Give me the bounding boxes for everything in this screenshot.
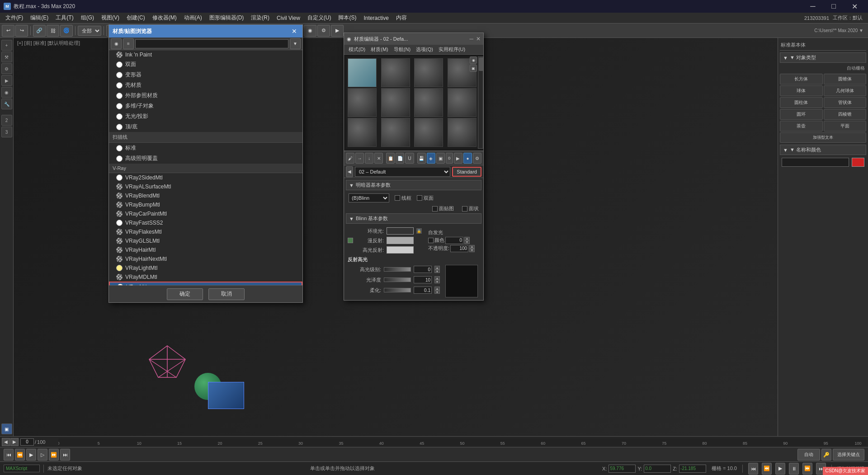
close-button[interactable]: ✕ (844, 0, 864, 13)
bind-space-warp-button[interactable]: 🌀 (60, 25, 73, 37)
lock-btn[interactable]: 🔒 (416, 228, 422, 234)
maximize-button[interactable]: □ (824, 0, 844, 13)
opacity-down[interactable]: ▼ (469, 249, 475, 252)
mat-item-vrayglsl[interactable]: VRayGLSLMtl (109, 236, 302, 245)
soften-slider[interactable] (384, 288, 411, 292)
mat-item-multi-sub[interactable]: 多维/子对象 (109, 101, 302, 111)
mat-tool-counter[interactable]: 0 (446, 153, 453, 164)
tool-modify[interactable]: ⚒ (1, 52, 12, 62)
face-style-checkbox[interactable]: 面状 (462, 205, 479, 212)
set-key-btn[interactable]: 🔑 (821, 449, 831, 461)
material-browser-close-btn[interactable]: ✕ (290, 27, 299, 36)
mat-tool-assign[interactable]: ↓ (365, 153, 373, 164)
render-setup-button[interactable]: ⚙ (317, 25, 330, 37)
mat-slot-11[interactable] (448, 118, 476, 147)
box-btn[interactable]: 长方体 (780, 74, 823, 85)
shader-params-header[interactable]: ▼ 明暗器基本参数 (346, 180, 481, 190)
mat-slot-8[interactable] (348, 118, 377, 147)
menu-interactive[interactable]: Interactive (360, 14, 392, 22)
tool-3d[interactable]: 3 (1, 127, 12, 137)
menu-content[interactable]: 内容 (392, 13, 410, 23)
name-color-section-header[interactable]: ▼ ▼ 名称和颜色 (780, 145, 866, 155)
tool-display[interactable]: ◉ (1, 87, 12, 98)
material-browser-confirm-btn[interactable]: 确定 (167, 288, 203, 300)
specular-level-slider[interactable] (384, 267, 411, 272)
mat-tool-unique[interactable]: U (405, 153, 414, 164)
menu-tools[interactable]: 工具(T) (52, 13, 77, 23)
mat-browser-expand-btn[interactable]: ▼ (290, 38, 301, 49)
self-illum-up[interactable]: ▲ (464, 237, 470, 240)
auto-key-btn[interactable]: 自动 (797, 449, 820, 461)
s-down[interactable]: ▼ (434, 290, 440, 294)
mat-tool-show-bg[interactable]: ▣ (436, 153, 445, 164)
cone-btn[interactable]: 圆锥体 (824, 74, 867, 85)
mat-slot-6[interactable] (414, 88, 443, 117)
redo-button[interactable]: ↪ (15, 25, 28, 37)
ambient-color-swatch[interactable] (387, 227, 414, 235)
plane-btn[interactable]: 平面 (824, 121, 867, 132)
undo-button[interactable]: ↩ (2, 25, 14, 37)
color-swatch[interactable] (852, 158, 864, 167)
mat-slot-1[interactable] (381, 58, 410, 87)
face-map-checkbox[interactable]: 面贴图 (432, 205, 454, 212)
mat-tool-save[interactable]: 💾 (417, 153, 426, 164)
two-side-checkbox[interactable]: 双面 (417, 195, 434, 202)
mat-browser-tool-2[interactable]: ≡ (123, 38, 134, 49)
material-editor-button[interactable]: ◉ (304, 25, 316, 37)
torus-btn[interactable]: 圆环 (780, 109, 823, 120)
mat-tool-video[interactable]: ▶ (454, 153, 462, 164)
mat-item-vraycarpaint[interactable]: VRayCarPaintMtl (109, 209, 302, 218)
mat-item-vrayfsss2[interactable]: VRayFastSSS2 (109, 218, 302, 227)
soften-input[interactable] (414, 287, 432, 294)
material-type-button[interactable]: Standard (452, 167, 481, 177)
mat-item-ink-paint[interactable]: Ink 'n Paint (109, 50, 302, 59)
scanline-section-header[interactable]: 扫描线 (109, 132, 302, 143)
opacity-up[interactable]: ▲ (469, 245, 475, 249)
minimize-button[interactable]: ─ (803, 0, 823, 13)
preview-tool-1[interactable]: ◉ (470, 56, 477, 64)
g-up[interactable]: ▲ (434, 276, 440, 280)
menu-civil-view[interactable]: Civil View (273, 14, 304, 22)
material-browser-list[interactable]: Ink 'n Paint 双面 变形器 壳材质 外部参照材质 多维/子对象 无光… (109, 50, 302, 285)
self-illum-value[interactable] (445, 237, 463, 244)
mat-item-vraylight[interactable]: VRayLightMtl (109, 263, 302, 273)
material-name-dropdown[interactable]: 02 – Default (355, 167, 450, 177)
next-frame-btn[interactable]: ▶ (10, 438, 19, 446)
material-browser-search[interactable] (135, 39, 288, 48)
opacity-value[interactable] (450, 245, 468, 252)
mat-editor-min-btn[interactable]: ─ (469, 36, 473, 42)
unlink-button[interactable]: ⛓ (47, 25, 59, 37)
g-down[interactable]: ▼ (434, 280, 440, 283)
tool-create[interactable]: + (1, 40, 12, 51)
menu-customize[interactable]: 自定义(U) (304, 13, 335, 23)
mat-tool-options[interactable]: ⚙ (473, 153, 481, 164)
key-filter-btn[interactable]: 选择关键点 (833, 449, 864, 461)
prev-frame-btn[interactable]: ◀ (2, 438, 10, 446)
go-start-status-btn[interactable]: ⏮ (748, 463, 758, 475)
mat-item-matte[interactable]: 无光/投影 (109, 111, 302, 122)
tool-2d[interactable]: 2 (1, 115, 12, 126)
preview-tool-2[interactable]: ▣ (470, 65, 477, 72)
y-coord-input[interactable] (644, 465, 671, 473)
mat-menu-utility[interactable]: 实用程序(U) (436, 45, 468, 54)
menu-script[interactable]: 脚本(S) (335, 13, 360, 23)
mat-item-vrayflakes[interactable]: VRayFlakesMtl (109, 227, 302, 236)
render-button[interactable]: ▶ (331, 25, 344, 37)
mat-slot-10[interactable] (414, 118, 443, 147)
cylinder-btn[interactable]: 圆柱体 (780, 97, 823, 108)
select-link-button[interactable]: 🔗 (33, 25, 46, 37)
mat-item-vraymtl[interactable]: VRayMtl (109, 282, 302, 285)
next-key-btn[interactable]: ⏩ (49, 449, 59, 461)
user-account[interactable]: 213203391 (804, 15, 833, 21)
mat-item-standard[interactable]: 标准 (109, 143, 302, 153)
enhanced-text-btn[interactable]: 加强型文本 (780, 132, 866, 143)
menu-animation[interactable]: 动画(A) (180, 13, 206, 23)
mat-menu-nav[interactable]: 导航(N) (391, 45, 413, 54)
mat-item-xref[interactable]: 外部参照材质 (109, 90, 302, 101)
mat-slot-5[interactable] (381, 88, 410, 117)
mat-menu-material[interactable]: 材质(M) (368, 45, 391, 54)
mat-item-shell[interactable]: 壳材质 (109, 80, 302, 90)
mat-item-advanced-lighting[interactable]: 高级照明覆盖 (109, 153, 302, 164)
specular-level-input[interactable] (414, 266, 432, 273)
mat-item-morpher[interactable]: 变形器 (109, 70, 302, 80)
